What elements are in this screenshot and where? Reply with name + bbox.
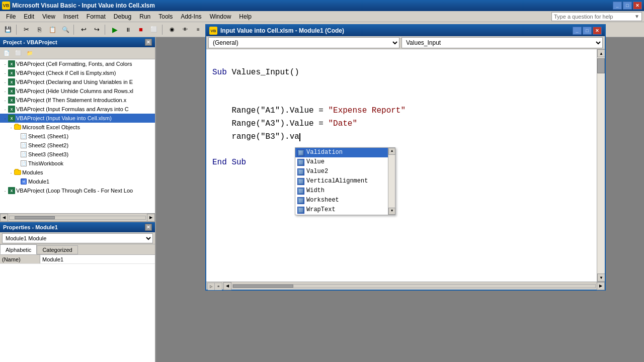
properties-panel-close[interactable]: ✕ — [145, 224, 152, 231]
code-proc-selector[interactable]: Values_Input — [401, 37, 603, 48]
ac-item-verticalalignment[interactable]: VerticalAlignment — [295, 176, 395, 186]
expand-vba6[interactable]: - — [2, 106, 8, 112]
vscroll-up[interactable]: ▲ — [597, 49, 605, 57]
code-hscroll-track[interactable] — [232, 284, 596, 288]
tree-module1[interactable]: M Module1 — [0, 177, 155, 186]
tree-vba1[interactable]: - X VBAProject (Cell Formatting, Fonts, … — [0, 59, 155, 68]
panel-tb-view-code[interactable]: 📄 — [1, 48, 12, 58]
tb-undo-btn[interactable]: ↩ — [77, 24, 90, 36]
code-hscroll-thumb[interactable] — [233, 285, 293, 288]
tb-find-btn[interactable]: 🔍 — [59, 24, 71, 36]
code-hscroll[interactable]: ▷ ≡ ◀ ▶ — [206, 282, 605, 290]
expand-vba4[interactable]: - — [2, 88, 8, 94]
props-tab-alphabetic[interactable]: Alphabetic — [0, 244, 37, 254]
code-close-btn[interactable]: ✕ — [593, 27, 602, 35]
ac-item-wraptext[interactable]: WrapText — [295, 205, 395, 215]
menu-insert[interactable]: Insert — [59, 12, 83, 21]
hscroll-track[interactable] — [9, 216, 146, 220]
expand-vba1[interactable]: - — [2, 61, 8, 67]
menu-run[interactable]: Run — [135, 12, 154, 21]
ac-scrollbar[interactable]: ▲ ▼ — [388, 148, 395, 215]
tree-excel-objects[interactable]: - Microsoft Excel Objects — [0, 123, 155, 132]
tree-thisworkbook[interactable]: 📄 ThisWorkbook — [0, 159, 155, 168]
tree-vba3[interactable]: - X VBAProject (Declaring and Using Vari… — [0, 77, 155, 86]
code-editor[interactable]: Sub Values_Input() Range("A1").Value = "… — [206, 49, 597, 282]
menu-edit[interactable]: Edit — [20, 12, 38, 21]
tb-redo-btn[interactable]: ↪ — [91, 24, 103, 36]
tb-copy-btn[interactable]: ⎘ — [33, 24, 45, 36]
code-maximize-btn[interactable]: □ — [583, 27, 592, 35]
menu-window[interactable]: Window — [206, 12, 235, 21]
tb-cut-btn[interactable]: ✂ — [20, 24, 32, 36]
hscroll-thumb[interactable] — [15, 216, 55, 219]
expand-excel-objects[interactable]: - — [8, 124, 14, 130]
hscroll-left[interactable]: ◀ — [0, 214, 8, 222]
ac-item-worksheet[interactable]: Worksheet — [295, 196, 395, 205]
project-panel-close[interactable]: ✕ — [145, 39, 152, 46]
ac-item-width[interactable]: Width — [295, 186, 395, 196]
menu-bar: File Edit View Insert Format Debug Run T… — [0, 11, 644, 22]
tree-vba2[interactable]: - X VBAProject (Check if Cell is Empty.x… — [0, 68, 155, 77]
properties-object-select[interactable]: Module1 Module — [2, 233, 153, 243]
menu-help[interactable]: Help — [235, 12, 256, 21]
tree-sheet3[interactable]: 📄 Sheet3 (Sheet3) — [0, 150, 155, 159]
menu-file[interactable]: File — [2, 12, 20, 21]
view-code-btn[interactable]: ▷ — [208, 283, 215, 290]
tb-breakpoint-btn[interactable]: ◉ — [166, 24, 178, 36]
expand-vba5[interactable]: - — [2, 97, 8, 103]
vscroll-track[interactable] — [597, 57, 605, 274]
tb-run-btn[interactable]: ▶ — [109, 24, 121, 36]
menu-view[interactable]: View — [38, 12, 59, 21]
vba2-icon: X — [8, 69, 15, 76]
hscroll-right[interactable]: ▶ — [147, 214, 155, 222]
maximize-button[interactable]: □ — [623, 2, 632, 10]
tb-paste-btn[interactable]: 📋 — [46, 24, 58, 36]
minimize-button[interactable]: _ — [613, 2, 622, 10]
tb-locals-btn[interactable]: ≡ — [192, 24, 204, 36]
autocomplete-dropdown[interactable]: Validation Value Value2 VerticalAlignmen… — [295, 147, 395, 215]
help-search[interactable]: Type a question for help ▼ — [551, 12, 642, 21]
code-general-selector[interactable]: (General) — [208, 37, 399, 48]
ac-scroll-track[interactable] — [388, 155, 395, 208]
ac-item-validation[interactable]: Validation — [295, 148, 395, 157]
ac-item-value2[interactable]: Value2 — [295, 167, 395, 176]
tree-vba5[interactable]: - X VBAProject (If Then Statement Introd… — [0, 96, 155, 105]
expand-modules[interactable]: - — [8, 169, 14, 175]
ac-scroll-up[interactable]: ▲ — [388, 148, 395, 155]
code-vscroll[interactable]: ▲ ▼ — [597, 49, 605, 282]
close-button[interactable]: ✕ — [633, 2, 642, 10]
props-tab-categorized[interactable]: Categorized — [37, 245, 77, 254]
ac-item-value[interactable]: Value — [295, 157, 395, 167]
expand-vba8[interactable]: - — [2, 188, 8, 194]
code-minimize-btn[interactable]: _ — [573, 27, 582, 35]
tree-sheet2[interactable]: 📄 Sheet2 (Sheet2) — [0, 141, 155, 150]
menu-addins[interactable]: Add-Ins — [177, 12, 205, 21]
panel-tb-view-object[interactable]: ⬜ — [13, 48, 24, 58]
tb-stop-btn[interactable]: ■ — [135, 24, 147, 36]
tb-pause-btn[interactable]: ⏸ — [122, 24, 134, 36]
tb-watch-btn[interactable]: 👁 — [179, 24, 191, 36]
menu-format[interactable]: Format — [83, 12, 110, 21]
panel-tb-toggle-folders[interactable]: 📁 — [24, 48, 35, 58]
expand-vba7[interactable]: - — [2, 115, 8, 121]
tree-vba4[interactable]: - X VBAProject (Hide Unhide Columns and … — [0, 86, 155, 96]
tree-hscroll[interactable]: ◀ ▶ — [0, 213, 155, 221]
tb-design-btn[interactable]: ⬜ — [148, 24, 160, 36]
ac-scroll-down[interactable]: ▼ — [388, 208, 395, 215]
tree-vba7[interactable]: - X VBAProject (Input Value into Cell.xl… — [0, 114, 155, 123]
tree-vba8[interactable]: - X VBAProject (Loop Through Cells - For… — [0, 186, 155, 195]
menu-tools[interactable]: Tools — [154, 12, 177, 21]
tree-sheet1[interactable]: 📄 Sheet1 (Sheet1) — [0, 132, 155, 141]
code-hscroll-left[interactable]: ◀ — [223, 282, 231, 290]
expand-vba2[interactable]: - — [2, 70, 8, 76]
code-hscroll-right[interactable]: ▶ — [597, 282, 605, 290]
vscroll-down[interactable]: ▼ — [597, 274, 605, 282]
menu-debug[interactable]: Debug — [110, 12, 135, 21]
tb-save-btn[interactable]: 💾 — [2, 24, 14, 36]
tree-vba6[interactable]: - X VBAProject (Input Formulas and Array… — [0, 105, 155, 114]
view-proc-btn[interactable]: ≡ — [215, 283, 222, 290]
vscroll-thumb[interactable] — [597, 58, 605, 73]
tree-modules[interactable]: - Modules — [0, 168, 155, 177]
expand-vba3[interactable]: - — [2, 79, 8, 85]
tree-modules-label: Modules — [22, 169, 43, 175]
